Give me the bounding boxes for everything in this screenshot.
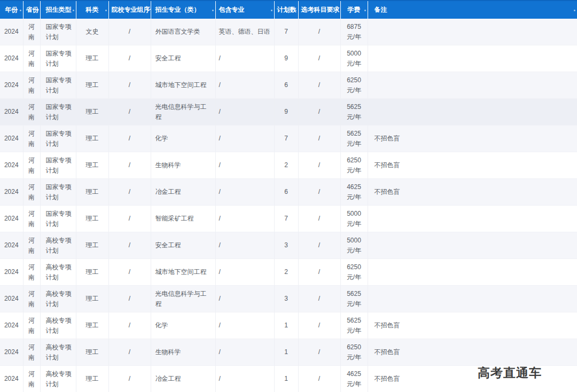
cell-text: /	[219, 375, 221, 382]
cell-year: 2024	[0, 45, 23, 72]
cell-elective: /	[298, 19, 340, 45]
cell-remark: 不招色盲	[368, 179, 577, 206]
cell-text: 7	[284, 215, 288, 222]
cell-elective: /	[298, 152, 340, 179]
cell-elective: /	[298, 312, 340, 339]
cell-plan: 1	[274, 312, 298, 339]
cell-text: /	[219, 268, 221, 276]
cell-fee: 5625元/年	[340, 99, 368, 126]
page: 年份省份招生类型科类院校专业组序号招生专业（类）包含专业计划数选考科目要求学费备…	[0, 0, 577, 392]
cell-plan: 9	[274, 45, 298, 72]
table-row: 2024河南国家专项计划理工/安全工程/9/5000元/年	[0, 45, 577, 72]
cell-year: 2024	[0, 259, 23, 286]
column-header-province[interactable]: 省份	[23, 1, 40, 19]
cell-text: /	[318, 241, 320, 249]
cell-text: 安全工程	[155, 54, 181, 62]
cell-text: 高校专项计划	[46, 290, 72, 308]
cell-text: 高校专项计划	[46, 237, 72, 254]
cell-year: 2024	[0, 99, 23, 126]
cell-province: 河南	[23, 45, 40, 72]
cell-elective: /	[298, 126, 340, 152]
fee-amount: 6875	[344, 22, 365, 32]
fee-amount: 6250	[344, 75, 365, 85]
cell-group: /	[108, 45, 151, 72]
cell-group: /	[108, 312, 151, 339]
cell-elective: /	[298, 259, 340, 286]
cell-subject: 理工	[76, 152, 108, 179]
cell-text: 光电信息科学与工程	[155, 103, 207, 121]
cell-plan: 9	[274, 99, 298, 126]
column-header-subject[interactable]: 科类	[76, 1, 108, 19]
fee-unit: 元/年	[344, 352, 365, 363]
cell-subject: 理工	[76, 259, 108, 286]
cell-text: 9	[284, 108, 288, 115]
fee-amount: 4625	[344, 182, 365, 192]
cell-text: 不招色盲	[375, 188, 400, 195]
column-header-remark[interactable]: 备注	[368, 1, 577, 19]
cell-text: /	[219, 54, 221, 62]
cell-province: 河南	[23, 339, 40, 366]
fee-unit: 元/年	[344, 112, 365, 122]
cell-text: 智能采矿工程	[155, 215, 194, 222]
cell-remark: 不招色盲	[368, 366, 577, 392]
cell-included: /	[215, 339, 274, 366]
cell-text: 河南	[28, 23, 35, 41]
cell-type: 国家专项计划	[40, 99, 76, 126]
fee-unit: 元/年	[344, 326, 365, 336]
cell-text: 高校专项计划	[46, 370, 72, 388]
cell-province: 河南	[23, 312, 40, 339]
column-header-year[interactable]: 年份	[0, 1, 23, 19]
cell-text: /	[129, 188, 130, 195]
cell-group: /	[108, 126, 151, 152]
cell-subject: 理工	[76, 206, 108, 232]
cell-text: 外国语言文学类	[155, 28, 200, 35]
column-header-type[interactable]: 招生类型	[40, 1, 76, 19]
column-header-fee[interactable]: 学费	[340, 1, 368, 19]
cell-text: /	[318, 28, 320, 35]
cell-subject: 理工	[76, 286, 108, 312]
cell-included: /	[215, 126, 274, 152]
sort-handle-dot-icon	[574, 10, 575, 11]
cell-type: 高校专项计划	[40, 339, 76, 366]
fee-unit: 元/年	[344, 272, 365, 283]
column-header-plan[interactable]: 计划数	[274, 1, 298, 19]
fee-unit: 元/年	[344, 85, 365, 96]
cell-type: 高校专项计划	[40, 259, 76, 286]
cell-text: /	[219, 108, 221, 115]
cell-province: 河南	[23, 126, 40, 152]
cell-major: 生物科学	[151, 339, 215, 366]
column-header-major[interactable]: 招生专业（类）	[151, 1, 215, 19]
cell-year: 2024	[0, 72, 23, 99]
table-row: 2024河南国家专项计划理工/化学/7/5625元/年不招色盲	[0, 126, 577, 152]
column-header-elective[interactable]: 选考科目要求	[298, 1, 340, 19]
cell-fee: 5625元/年	[340, 126, 368, 152]
cell-fee: 4625元/年	[340, 179, 368, 206]
cell-text: 河南	[28, 263, 35, 281]
cell-text: /	[219, 241, 221, 249]
column-header-group[interactable]: 院校专业组序号	[108, 1, 151, 19]
cell-text: 2024	[4, 375, 19, 382]
cell-text: 2024	[4, 54, 19, 62]
sort-handle-dot-icon	[20, 10, 21, 11]
cell-type: 高校专项计划	[40, 366, 76, 392]
cell-text: /	[318, 188, 320, 195]
cell-text: /	[318, 268, 320, 276]
cell-type: 国家专项计划	[40, 152, 76, 179]
cell-group: /	[108, 152, 151, 179]
cell-major: 生物科学	[151, 152, 215, 179]
cell-text: /	[219, 161, 221, 169]
cell-text: /	[219, 295, 221, 302]
fee-unit: 元/年	[344, 379, 365, 389]
admissions-table: 年份省份招生类型科类院校专业组序号招生专业（类）包含专业计划数选考科目要求学费备…	[0, 0, 577, 392]
fee-amount: 5000	[344, 209, 365, 219]
cell-major: 城市地下空间工程	[151, 72, 215, 99]
cell-text: 河南	[28, 370, 35, 388]
cell-year: 2024	[0, 19, 23, 45]
cell-text: 安全工程	[155, 241, 181, 249]
cell-included: /	[215, 206, 274, 232]
cell-subject: 理工	[76, 99, 108, 126]
fee-unit: 元/年	[344, 219, 365, 229]
cell-group: /	[108, 99, 151, 126]
column-header-included[interactable]: 包含专业	[215, 1, 274, 19]
cell-text: 2024	[4, 135, 19, 142]
